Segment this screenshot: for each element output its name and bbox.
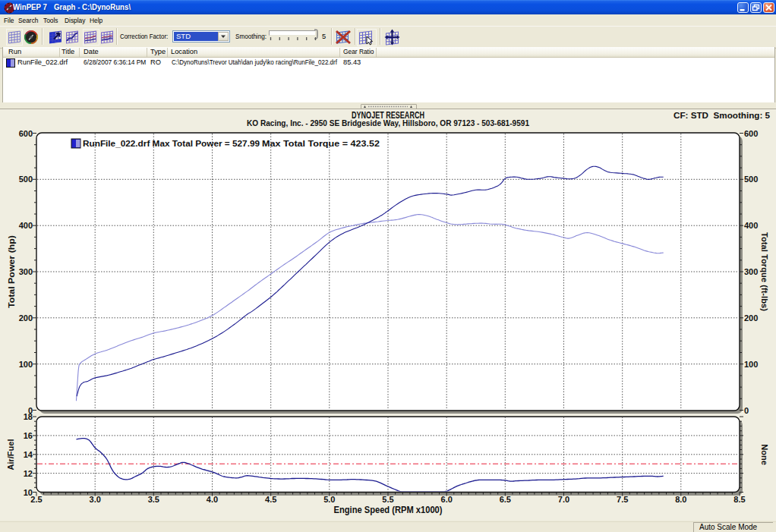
svg-text:12: 12 [24,469,33,478]
svg-text:8.5: 8.5 [733,495,745,504]
svg-text:Engine Speed (RPM x1000): Engine Speed (RPM x1000) [334,505,443,515]
svg-text:200: 200 [744,313,758,323]
svg-text:4.5: 4.5 [265,495,276,504]
svg-text:0: 0 [744,406,749,415]
svg-text:5.0: 5.0 [323,495,335,504]
svg-text:300: 300 [744,267,758,276]
svg-text:500: 500 [19,175,33,184]
svg-text:Total Torque (ft-lbs): Total Torque (ft-lbs) [760,232,769,311]
svg-text:5.5: 5.5 [382,495,393,504]
svg-text:Max Total Torque = 423.52: Max Total Torque = 423.52 [262,139,380,148]
svg-text:4.0: 4.0 [207,495,218,504]
svg-text:14: 14 [24,450,33,459]
svg-text:16: 16 [24,431,33,440]
svg-text:3.0: 3.0 [90,495,101,504]
svg-text:100: 100 [744,360,758,369]
svg-text:Total Power (hp): Total Power (hp) [7,235,16,308]
svg-text:100: 100 [19,360,33,369]
svg-text:200: 200 [19,313,33,323]
svg-text:6.0: 6.0 [441,495,453,504]
svg-text:7.5: 7.5 [617,495,628,504]
svg-text:600: 600 [19,129,33,138]
svg-text:600: 600 [744,129,758,138]
svg-text:KO Racing, Inc. - 2950 SE Brid: KO Racing, Inc. - 2950 SE Bridgeside Way… [247,118,529,127]
svg-text:6.5: 6.5 [500,495,511,504]
svg-text:300: 300 [19,267,33,276]
svg-text:400: 400 [19,221,33,230]
svg-text:18: 18 [24,412,33,421]
svg-text:400: 400 [744,221,758,230]
svg-text:500: 500 [744,175,758,184]
svg-text:Air/Fuel: Air/Fuel [6,439,15,471]
svg-text:2.5: 2.5 [30,495,42,504]
svg-text:3.5: 3.5 [148,495,159,504]
svg-text:RunFile_022.drf Max Total Powe: RunFile_022.drf Max Total Power = 527.99 [83,139,260,148]
svg-text:CF: STD Smoothing: 5: CF: STD Smoothing: 5 [673,111,770,120]
svg-text:7.0: 7.0 [558,495,569,504]
svg-text:None: None [760,444,769,465]
svg-text:8.0: 8.0 [675,495,686,504]
